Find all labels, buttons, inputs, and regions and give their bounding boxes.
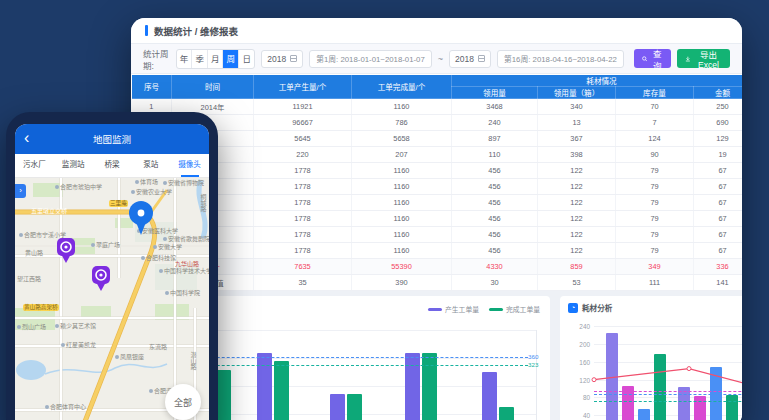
bar[interactable] <box>499 407 514 420</box>
table-row[interactable]: 96667786240137690 <box>132 115 743 131</box>
gridline <box>172 330 536 331</box>
filter-bar: 统计周期: 年季月周日 2018 第1周: 2018-01-01~2018-01… <box>131 44 742 74</box>
table-cell: 67 <box>694 211 743 227</box>
table-cell: 79 <box>616 211 694 227</box>
table-cell: 122 <box>538 211 616 227</box>
table-cell: 349 <box>616 259 694 275</box>
phone-tab-摄像头[interactable]: 摄像头 <box>170 154 209 177</box>
chevron-expand-icon[interactable]: › <box>15 184 26 198</box>
table-row[interactable]: 177811604561227967 <box>132 243 743 259</box>
year-to-select[interactable]: 2018 <box>449 50 491 68</box>
table-cell: 240 <box>452 115 538 131</box>
table-cell: 456 <box>452 243 538 259</box>
ref-line-label: 360 <box>528 353 548 360</box>
table-cell: 3468 <box>452 99 538 115</box>
col-time: 时间 <box>172 75 254 99</box>
bar[interactable] <box>216 370 231 420</box>
table-cell: 53 <box>538 275 616 291</box>
table-row[interactable]: 177811604561227967 <box>132 195 743 211</box>
map-label: 红星美凯龙 <box>61 342 96 349</box>
total-row: 合计7635553904330859349336 <box>132 259 743 275</box>
y-axis-tick: 240 <box>564 323 590 330</box>
col-sub-1: 领用量 <box>452 87 538 99</box>
col-created: 工单产生量/个 <box>254 75 352 99</box>
bar[interactable] <box>274 361 289 420</box>
table-row[interactable]: 177811604561227967 <box>132 163 743 179</box>
table-cell: 1778 <box>254 243 352 259</box>
table-cell: 456 <box>452 179 538 195</box>
segment-季[interactable]: 季 <box>192 50 208 68</box>
map-label: 安徽省歌舞剧院 <box>163 236 209 243</box>
camera-marker-icon[interactable] <box>55 236 77 264</box>
phone-tab-监测站[interactable]: 监测站 <box>54 154 93 177</box>
year-from-select[interactable]: 2018 <box>261 50 303 68</box>
location-pin-icon[interactable] <box>127 200 155 236</box>
reference-line <box>594 394 742 395</box>
segment-月[interactable]: 月 <box>208 50 224 68</box>
col-done: 工单完成量/个 <box>352 75 452 99</box>
table-cell: 1778 <box>254 163 352 179</box>
bar[interactable] <box>726 395 738 420</box>
gridline <box>172 358 536 359</box>
phone-tab-桥梁[interactable]: 桥梁 <box>93 154 132 177</box>
col-sub-4: 金额 <box>694 87 743 99</box>
year-from-value: 2018 <box>267 54 286 64</box>
bar[interactable] <box>606 333 618 420</box>
bar[interactable] <box>638 409 650 420</box>
table-cell: 1160 <box>352 211 452 227</box>
table-row[interactable]: 177811604561227967 <box>132 211 743 227</box>
gridline <box>594 326 742 327</box>
table-row[interactable]: 2202071103989019 <box>132 147 743 163</box>
col-sub-3: 库存量 <box>616 87 694 99</box>
bar[interactable] <box>482 372 497 420</box>
table-row[interactable]: 12014年119211160346834070250 <box>132 99 743 115</box>
y-axis-tick: 80 <box>564 394 590 401</box>
segment-周[interactable]: 周 <box>223 50 239 68</box>
reference-line <box>172 365 528 366</box>
phone-tab-泵站[interactable]: 泵站 <box>131 154 170 177</box>
table-row[interactable]: 177811604561227967 <box>132 179 743 195</box>
report-table: 序号 时间 工单产生量/个 工单完成量/个 耗材情况 领用量 领用量（箱） 库存… <box>131 74 742 291</box>
back-icon[interactable]: ‹ <box>24 127 29 149</box>
bar[interactable] <box>257 353 272 420</box>
table-cell: 122 <box>538 243 616 259</box>
bar[interactable] <box>347 394 362 420</box>
bar[interactable] <box>694 396 706 420</box>
table-cell: 340 <box>538 99 616 115</box>
bar[interactable] <box>330 394 345 420</box>
table-cell: 1160 <box>352 195 452 211</box>
map-label: 安徽省博物院 <box>163 180 204 187</box>
table-cell: 35 <box>254 275 352 291</box>
calendar-icon <box>478 55 485 62</box>
table-cell: 1778 <box>254 211 352 227</box>
bar[interactable] <box>678 387 690 420</box>
camera-marker-icon[interactable] <box>90 264 112 292</box>
table-row[interactable]: 56455658897367124129 <box>132 131 743 147</box>
table-cell: 456 <box>452 227 538 243</box>
export-excel-button[interactable]: 导出Excel <box>677 49 730 68</box>
col-group-consumables: 耗材情况 <box>452 75 743 87</box>
table-cell: 122 <box>538 227 616 243</box>
phone-tab-污水厂[interactable]: 污水厂 <box>15 154 54 177</box>
week-to-input[interactable]: 第16周: 2018-04-16~2018-04-22 <box>497 50 624 68</box>
table-cell: 122 <box>538 179 616 195</box>
desktop-background: { "breadcrumb": { "text": "数据统计 / 维修报表" … <box>0 0 769 420</box>
map-label: 安徽农业大学 <box>131 189 172 196</box>
table-cell: 456 <box>452 195 538 211</box>
show-all-button[interactable]: 全部 <box>165 384 201 420</box>
table-cell: 79 <box>616 163 694 179</box>
bar[interactable] <box>405 353 420 420</box>
segment-年[interactable]: 年 <box>177 50 193 68</box>
table-cell: 1160 <box>352 99 452 115</box>
map-view[interactable]: 合肥市琥珀中学体育场安徽农业大学安徽省博物院桐城路三里庵五里墩立交桥合肥市宁溪小… <box>15 178 209 420</box>
segment-日[interactable]: 日 <box>239 50 254 68</box>
bar[interactable] <box>654 354 666 420</box>
table-cell: 96667 <box>254 115 352 131</box>
y-axis-tick: 200 <box>564 341 590 348</box>
bar[interactable] <box>422 353 437 420</box>
dashboard-panel: 数据统计 / 维修报表 统计周期: 年季月周日 2018 第1周: 2018-0… <box>131 18 742 420</box>
map-label: 合肥科技馆 <box>141 255 176 262</box>
week-from-input[interactable]: 第1周: 2018-01-01~2018-01-07 <box>309 50 432 68</box>
query-button[interactable]: 查询 <box>634 49 671 68</box>
table-row[interactable]: 177811604561227967 <box>132 227 743 243</box>
